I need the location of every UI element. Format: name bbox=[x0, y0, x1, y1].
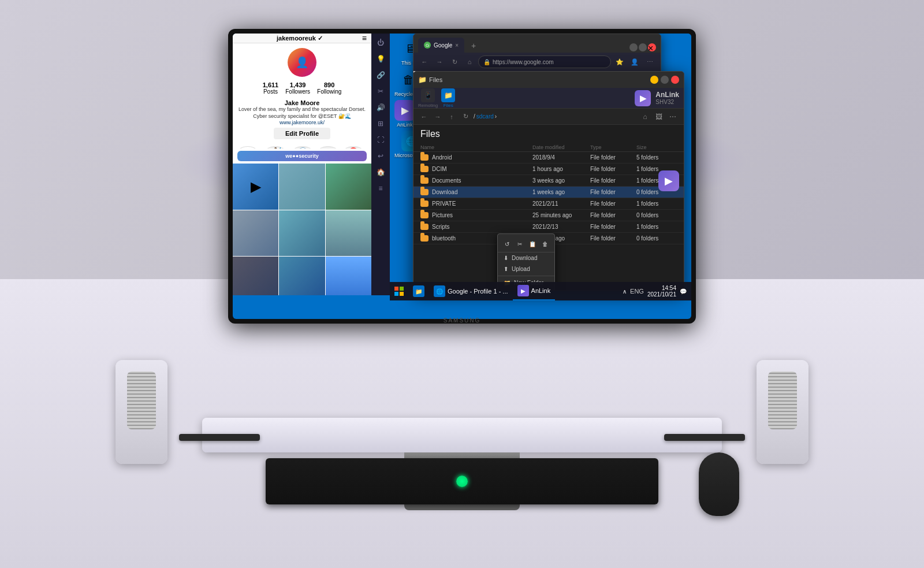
browser-forward-btn[interactable]: → bbox=[433, 55, 446, 68]
monitor-frame: jakemooreuk ✓ ≡ 👤 1,611 Posts 1,439 Foll… bbox=[228, 29, 696, 324]
svg-rect-0 bbox=[394, 287, 398, 291]
anlink-back-icon[interactable]: ↩ bbox=[374, 149, 388, 163]
fe-anlink-right-icon: ▶ bbox=[658, 170, 679, 191]
taskbar-start-button[interactable] bbox=[390, 282, 408, 300]
taskbar-clock: 14:54 2021/10/21 bbox=[647, 285, 676, 298]
ig-menu-icon[interactable]: ≡ bbox=[362, 34, 367, 43]
ig-grid-item-4[interactable] bbox=[233, 210, 278, 256]
windows-desktop: 🖥 This PC 🗑 Recycle Bin ▶ AnLink 🌐 Micro… bbox=[390, 34, 691, 300]
anlink-link-icon[interactable]: 🔗 bbox=[374, 68, 388, 82]
ig-avatar: 👤 bbox=[288, 48, 316, 77]
fe-home-action-btn[interactable]: ⌂ bbox=[639, 110, 651, 123]
ctx-copy-icon[interactable]: 📋 bbox=[527, 238, 538, 250]
ig-bio: Lover of the sea, my family and the spec… bbox=[237, 106, 367, 120]
phone-desk-right bbox=[664, 434, 745, 441]
desktop-icon-anlink[interactable]: ▶ AnLink bbox=[394, 100, 415, 128]
anlink-bulb-icon[interactable]: 💡 bbox=[374, 52, 388, 66]
svg-rect-3 bbox=[400, 292, 404, 296]
fe-toolbar: ← → ↑ ↻ / sdcard › ⌂ 🖼 ⋯ bbox=[413, 109, 684, 125]
browser-profile-btn[interactable]: 👤 bbox=[628, 55, 641, 68]
fe-maximize-btn[interactable] bbox=[661, 76, 669, 84]
ig-display-name: Jake Moore bbox=[285, 99, 320, 106]
browser-tab-google[interactable]: G Google × bbox=[418, 38, 464, 53]
anlink-power-icon[interactable]: ⏻ bbox=[374, 36, 388, 50]
file-explorer-window: 📁 Files 📱 Remoting bbox=[413, 71, 684, 291]
fe-more-action-btn[interactable]: ⋯ bbox=[666, 110, 679, 123]
ig-stat-followers: 1,439 Followers bbox=[285, 81, 310, 95]
anlink-menu-icon[interactable]: ≡ bbox=[374, 181, 388, 195]
browser-maximize-btn[interactable] bbox=[639, 43, 647, 51]
fe-refresh-btn[interactable]: ↻ bbox=[460, 111, 471, 122]
fe-row-documents[interactable]: Documents 3 weeks ago File folder 1 fold… bbox=[413, 175, 684, 187]
ig-grid-item-9[interactable] bbox=[326, 257, 371, 295]
folder-icon bbox=[420, 201, 429, 207]
fe-minimize-btn[interactable] bbox=[650, 76, 658, 84]
fe-forward-btn[interactable]: → bbox=[432, 111, 444, 122]
fe-row-download[interactable]: Download 1 weeks ago File folder 0 folde… bbox=[413, 187, 684, 198]
ig-grid-item-8[interactable] bbox=[279, 257, 325, 295]
ig-profile-area: 👤 1,611 Posts 1,439 Followers 890 Follow… bbox=[233, 43, 371, 144]
anlink-grid-icon[interactable]: ⊞ bbox=[374, 117, 388, 131]
folder-icon bbox=[420, 235, 429, 242]
taskbar: 📁 🌐 Google - Profile 1 - ... ▶ AnLink ∧ … bbox=[390, 282, 691, 300]
ctx-icon-bar: ↺ ✂ 📋 🗑 bbox=[498, 236, 554, 253]
fe-sdcard-breadcrumb[interactable]: sdcard bbox=[476, 113, 494, 120]
fe-files-tab[interactable]: 📁 Files bbox=[441, 88, 455, 108]
right-speaker-grill bbox=[768, 372, 797, 429]
ig-grid-item-5[interactable] bbox=[279, 210, 325, 256]
browser-close-btn[interactable]: × bbox=[648, 43, 656, 51]
fe-close-btn[interactable] bbox=[671, 76, 679, 84]
fe-row-android[interactable]: Android 2018/9/4 File folder 5 folders bbox=[413, 152, 684, 164]
ig-grid-item-6[interactable] bbox=[326, 210, 371, 256]
ctx-upload-item[interactable]: ⬆ Upload bbox=[498, 263, 554, 274]
ig-header: jakemooreuk ✓ ≡ bbox=[233, 34, 371, 43]
fe-back-btn[interactable]: ← bbox=[418, 111, 430, 122]
ig-stats: 1,611 Posts 1,439 Followers 890 Followin… bbox=[263, 81, 342, 95]
browser-refresh-btn[interactable]: ↻ bbox=[448, 55, 461, 68]
anlink-home-icon[interactable]: 🏠 bbox=[374, 165, 388, 179]
ig-grid-item-7[interactable] bbox=[233, 257, 278, 295]
fe-anlink-bar: 📱 Remoting 📁 Files ▶ AnLink SHV32 bbox=[413, 88, 684, 109]
browser-menu-btn[interactable]: ⋯ bbox=[643, 55, 656, 68]
browser-minimize-btn[interactable] bbox=[629, 43, 638, 51]
anlink-sound-icon[interactable]: 🔊 bbox=[374, 101, 388, 114]
ig-website: www.jakemoore.uk/ bbox=[280, 120, 325, 125]
monitor-stand bbox=[202, 418, 722, 452]
taskbar-anlink-item[interactable]: ▶ AnLink bbox=[513, 282, 556, 300]
anlink-cut-icon[interactable]: ✂ bbox=[374, 84, 388, 98]
fe-remoting-tab[interactable]: 📱 Remoting bbox=[418, 88, 438, 108]
browser-tab-close-icon[interactable]: × bbox=[455, 42, 459, 49]
fe-row-scripts[interactable]: Scripts 2021/2/13 File folder 1 folders bbox=[413, 221, 684, 233]
taskbar-tray-up-icon[interactable]: ∧ bbox=[623, 288, 627, 295]
fe-up-btn[interactable]: ↑ bbox=[446, 111, 457, 122]
fe-titlebar: 📁 Files bbox=[413, 72, 684, 88]
fe-row-dcim[interactable]: DCIM 1 hours ago File folder 1 folders bbox=[413, 164, 684, 175]
ctx-download-item[interactable]: ⬇ Download bbox=[498, 253, 554, 263]
fe-anlink-info: 📱 Remoting 📁 Files bbox=[418, 88, 630, 108]
ctx-refresh-icon[interactable]: ↺ bbox=[501, 238, 513, 250]
browser-url-bar[interactable]: 🔒 https://www.google.com bbox=[478, 55, 611, 68]
taskbar-notification-icon[interactable]: 💬 bbox=[680, 288, 687, 295]
taskbar-browser-item[interactable]: 🌐 Google - Profile 1 - ... bbox=[429, 282, 513, 300]
ig-grid-item-1[interactable]: ▶ bbox=[233, 164, 278, 209]
anlink-logo-in-fe: ▶ bbox=[635, 90, 651, 106]
ig-grid-item-3[interactable] bbox=[326, 164, 371, 209]
browser-extensions-btn[interactable]: ⭐ bbox=[613, 55, 626, 68]
keyboard-razer-logo bbox=[456, 476, 468, 487]
browser-back-btn[interactable]: ← bbox=[418, 55, 431, 68]
phone-desk-left bbox=[179, 434, 260, 441]
anlink-desktop-icon: ▶ bbox=[394, 100, 415, 121]
taskbar-fileexplorer-item[interactable]: 📁 bbox=[408, 282, 429, 300]
ig-edit-profile-button[interactable]: Edit Profile bbox=[274, 128, 330, 139]
browser-new-tab-button[interactable]: + bbox=[467, 39, 480, 53]
folder-icon bbox=[420, 177, 429, 184]
ig-grid-item-2[interactable] bbox=[279, 164, 325, 209]
anlink-fullscreen-icon[interactable]: ⛶ bbox=[374, 133, 388, 147]
ctx-delete-icon[interactable]: 🗑 bbox=[539, 238, 551, 250]
fe-row-private[interactable]: PRIVATE 2021/2/11 File folder 1 folders bbox=[413, 198, 684, 210]
fe-row-pictures[interactable]: Pictures 25 minutes ago File folder 0 fo… bbox=[413, 210, 684, 221]
browser-home-btn[interactable]: ⌂ bbox=[463, 55, 476, 68]
ctx-cut-icon[interactable]: ✂ bbox=[514, 238, 526, 250]
taskbar-fileexplorer-icon: 📁 bbox=[413, 285, 424, 297]
fe-image-action-btn[interactable]: 🖼 bbox=[653, 110, 665, 123]
